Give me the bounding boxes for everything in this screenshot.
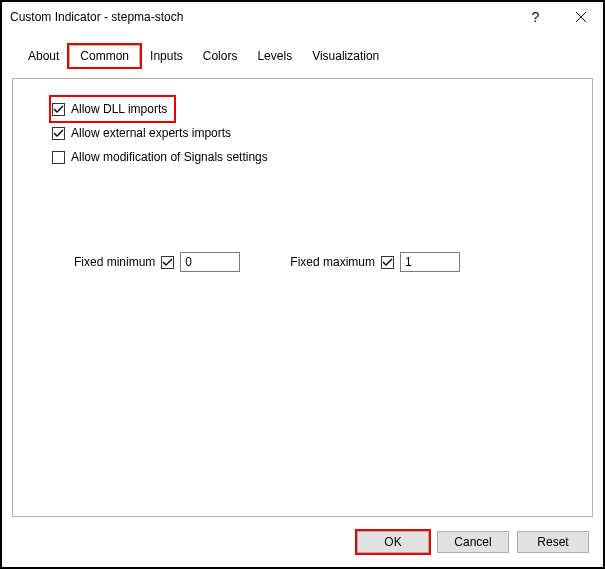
checkmark-icon (53, 128, 64, 139)
tabstrip: About Common Inputs Colors Levels Visual… (2, 44, 603, 66)
fixed-minimum-label: Fixed minimum (74, 255, 155, 269)
fixed-maximum-input[interactable] (400, 252, 460, 272)
fixed-minimum-checkbox[interactable] (161, 256, 174, 269)
reset-button[interactable]: Reset (517, 531, 589, 553)
checkmark-icon (53, 104, 64, 115)
tab-about[interactable]: About (18, 46, 69, 66)
fixed-minimum-group: Fixed minimum (74, 252, 240, 272)
window-title: Custom Indicator - stepma-stoch (10, 10, 513, 24)
close-icon (576, 12, 586, 22)
dialog-window: Custom Indicator - stepma-stoch ? About … (0, 0, 605, 569)
allow-dll-label: Allow DLL imports (71, 102, 167, 116)
allow-dll-checkbox[interactable] (52, 103, 65, 116)
allow-signals-label: Allow modification of Signals settings (71, 150, 268, 164)
allow-external-checkbox[interactable] (52, 127, 65, 140)
fixed-maximum-group: Fixed maximum (290, 252, 460, 272)
checkmark-icon (162, 257, 173, 268)
allow-dll-row: Allow DLL imports (52, 98, 173, 120)
allow-signals-row: Allow modification of Signals settings (52, 146, 553, 168)
cancel-button[interactable]: Cancel (437, 531, 509, 553)
fixed-maximum-checkbox[interactable] (381, 256, 394, 269)
tab-inputs[interactable]: Inputs (140, 46, 193, 66)
checkmark-icon (382, 257, 393, 268)
allow-external-row: Allow external experts imports (52, 122, 553, 144)
ok-label: OK (384, 535, 401, 549)
tab-visualization[interactable]: Visualization (302, 46, 389, 66)
help-button[interactable]: ? (513, 3, 558, 31)
dialog-buttons: OK Cancel Reset (357, 531, 589, 553)
reset-label: Reset (537, 535, 568, 549)
titlebar: Custom Indicator - stepma-stoch ? (2, 2, 603, 32)
tab-common[interactable]: Common (69, 45, 140, 67)
help-icon: ? (532, 9, 540, 25)
tab-colors[interactable]: Colors (193, 46, 248, 66)
minmax-row: Fixed minimum Fixed maximum (74, 252, 553, 272)
tab-levels[interactable]: Levels (247, 46, 302, 66)
close-button[interactable] (558, 3, 603, 31)
cancel-label: Cancel (454, 535, 491, 549)
allow-signals-checkbox[interactable] (52, 151, 65, 164)
fixed-maximum-label: Fixed maximum (290, 255, 375, 269)
ok-button[interactable]: OK (357, 531, 429, 553)
fixed-minimum-input[interactable] (180, 252, 240, 272)
allow-external-label: Allow external experts imports (71, 126, 231, 140)
common-panel: Allow DLL imports Allow external experts… (12, 78, 593, 517)
